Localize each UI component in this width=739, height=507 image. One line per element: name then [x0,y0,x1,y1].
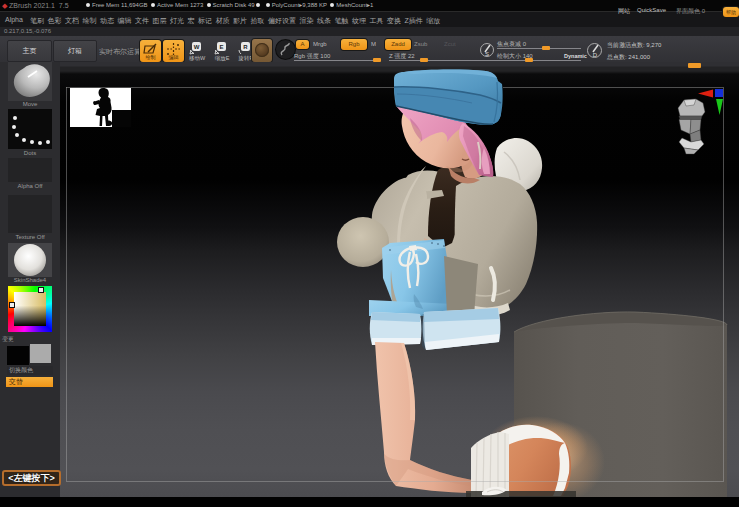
svg-text:S: S [485,51,489,57]
svg-text:E: E [219,44,223,50]
svg-text:编辑: 编辑 [169,54,179,60]
svg-text:D: D [593,52,598,58]
svg-text:R: R [243,44,248,50]
svg-text:W: W [194,44,200,50]
svg-text:移动W: 移动W [189,55,206,62]
svg-text:缩放E: 缩放E [215,55,230,62]
svg-text:绘制: 绘制 [146,54,156,61]
